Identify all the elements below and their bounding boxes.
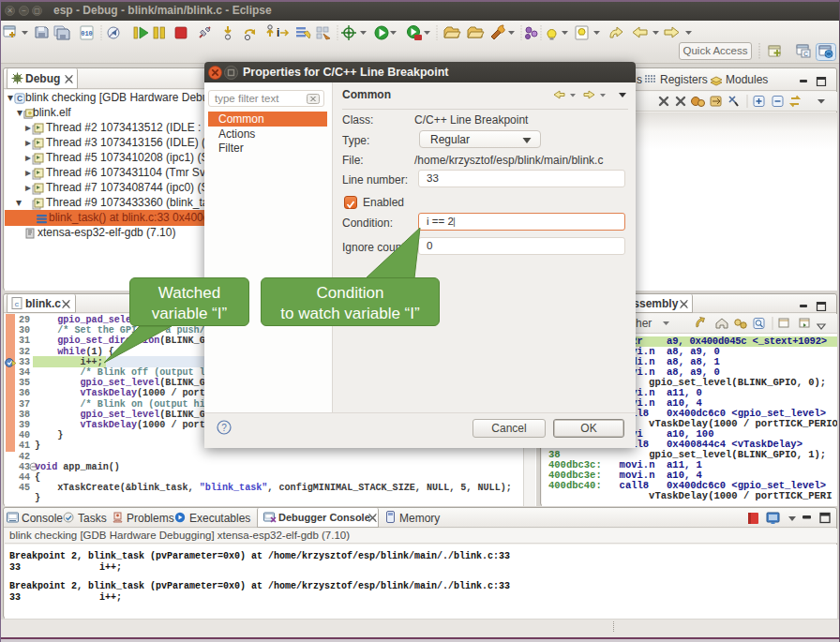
svg-text:010: 010 <box>81 30 93 37</box>
svg-text:?: ? <box>221 423 227 433</box>
svg-text:C: C <box>803 51 808 57</box>
svg-text:c: c <box>15 300 20 308</box>
svg-text:i: i <box>277 26 279 39</box>
svg-text:C: C <box>17 94 22 103</box>
